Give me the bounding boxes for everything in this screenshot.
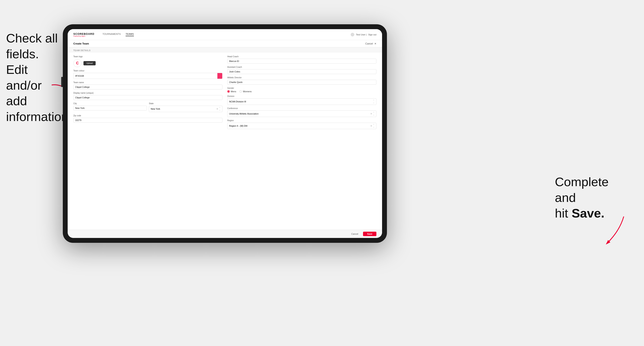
team-colour-group: Team colour [73, 70, 222, 79]
athletic-director-input[interactable] [227, 80, 376, 85]
head-coach-input[interactable] [227, 59, 376, 64]
instruction-right-line2-normal: hit [555, 206, 572, 220]
gender-womens-option[interactable]: Womens [240, 90, 252, 93]
form-right-col: Head Coach Assistant Coach Athletic Dire… [227, 55, 376, 227]
team-colour-label: Team colour [73, 70, 222, 72]
upload-button[interactable]: Upload [84, 61, 96, 65]
assistant-coach-label: Assistant Coach [227, 66, 376, 68]
head-coach-label: Head Coach [227, 55, 376, 58]
athletic-director-group: Athletic Director [227, 76, 376, 85]
nav-teams[interactable]: TEAMS [126, 33, 134, 36]
instruction-line2: Edit and/or add [6, 62, 42, 108]
nav-links: TOURNAMENTS TEAMS [102, 33, 351, 36]
assistant-coach-input[interactable] [227, 69, 376, 74]
navbar: SCOREBOARD Powered by clipp'd TOURNAMENT… [68, 29, 382, 40]
user-label: Test User | [356, 33, 366, 36]
radio-mens-icon[interactable] [227, 90, 230, 93]
cancel-x-button[interactable]: Cancel ✕ [365, 42, 376, 45]
logo-area: C Upload [73, 59, 222, 67]
state-clear-icon[interactable]: ✕ [216, 108, 218, 110]
brand-sub: Powered by clipp'd [73, 35, 94, 37]
zip-label: Zip code [73, 115, 222, 117]
conference-arrow-icon: ⌃⌄ [373, 112, 374, 116]
brand-title: SCOREBOARD [73, 32, 94, 35]
user-area: Test User | Sign out [351, 33, 376, 36]
radio-womens-icon[interactable] [240, 90, 242, 93]
division-group: Division NCAA Division III ⌃⌄ [227, 95, 376, 105]
display-name-label: Display name (unique) [73, 92, 222, 94]
gender-options: Mens Womens [227, 90, 376, 93]
user-avatar [351, 33, 354, 36]
instruction-right-line1: Complete and [555, 175, 608, 204]
state-group: State New York ✕ ⌃⌄ [149, 102, 222, 112]
state-label: State [149, 102, 222, 105]
division-select[interactable]: NCAA Division III ⌃⌄ [227, 98, 376, 105]
region-select[interactable]: Region II - (M) DIII ✕ ⌃⌄ [227, 123, 376, 129]
form-footer: Cancel Save [68, 230, 382, 238]
zip-group: Zip code [73, 115, 222, 123]
region-arrow-icon: ⌃⌄ [373, 124, 374, 128]
city-group: City [73, 102, 147, 112]
instruction-left: Check all fields. Edit and/or add inform… [6, 30, 59, 124]
conference-select[interactable]: University Athletic Association ✕ ⌃⌄ [227, 111, 376, 117]
division-arrow-icon: ⌃⌄ [373, 100, 374, 104]
display-name-group: Display name (unique) [73, 92, 222, 100]
instruction-right: Complete and hit Save. [555, 174, 628, 221]
conference-clear-icon[interactable]: ✕ [370, 113, 372, 115]
state-select[interactable]: New York ✕ ⌃⌄ [149, 106, 222, 112]
display-name-input[interactable] [73, 95, 222, 100]
region-clear-icon[interactable]: ✕ [370, 125, 372, 127]
colour-field-wrap [73, 73, 222, 79]
side-button [61, 77, 63, 87]
arrow-right-icon [587, 214, 628, 247]
region-group: Region Region II - (M) DIII ✕ ⌃⌄ [227, 119, 376, 129]
conference-label: Conference [227, 107, 376, 109]
save-button[interactable]: Save [363, 232, 376, 236]
head-coach-group: Head Coach [227, 55, 376, 64]
tablet-frame: SCOREBOARD Powered by clipp'd TOURNAMENT… [63, 24, 387, 243]
brand: SCOREBOARD Powered by clipp'd [73, 32, 94, 37]
team-name-label: Team name [73, 81, 222, 84]
section-label: TEAM DETAILS [68, 47, 382, 53]
team-name-group: Team name [73, 81, 222, 89]
assistant-coach-group: Assistant Coach [227, 66, 376, 74]
page-header: Create Team Cancel ✕ [68, 40, 382, 47]
cancel-button[interactable]: Cancel [348, 232, 361, 236]
nav-tournaments[interactable]: TOURNAMENTS [102, 33, 121, 36]
conference-group: Conference University Athletic Associati… [227, 107, 376, 117]
city-label: City [73, 102, 147, 105]
city-input[interactable] [73, 106, 147, 111]
tablet-screen: SCOREBOARD Powered by clipp'd TOURNAMENT… [68, 29, 382, 238]
team-name-input[interactable] [73, 85, 222, 89]
zip-input[interactable] [73, 118, 222, 123]
colour-swatch[interactable] [217, 73, 222, 79]
athletic-director-label: Athletic Director [227, 76, 376, 79]
instruction-line3: information. [6, 110, 72, 124]
logo-circle: C [73, 59, 82, 67]
page-title: Create Team [73, 42, 89, 45]
colour-input[interactable] [74, 74, 217, 78]
gender-label: Gender [227, 87, 376, 89]
team-logo-label: Team logo [73, 55, 222, 58]
sign-out-link[interactable]: Sign out [368, 33, 376, 36]
form-left-col: Team logo C Upload Team colour [73, 55, 222, 227]
instruction-line1: Check all fields. [6, 31, 58, 61]
form-body: Team logo C Upload Team colour [68, 53, 382, 230]
division-label: Division [227, 95, 376, 97]
region-label: Region [227, 119, 376, 122]
gender-group: Gender Mens Womens [227, 87, 376, 93]
team-logo-group: Team logo C Upload [73, 55, 222, 67]
state-arrow-icon: ⌃⌄ [219, 107, 220, 111]
gender-mens-option[interactable]: Mens [227, 90, 236, 93]
city-state-row: City State New York ✕ ⌃⌄ [73, 102, 222, 112]
